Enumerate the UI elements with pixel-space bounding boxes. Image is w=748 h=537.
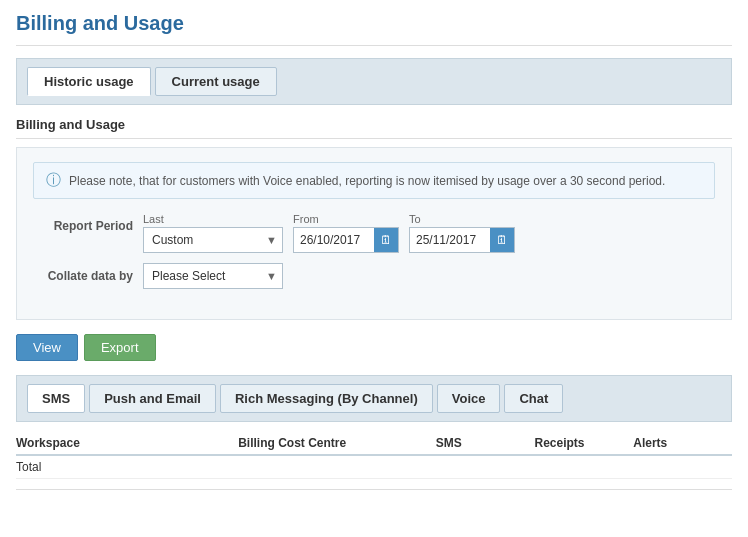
col-header-alerts: Alerts <box>633 432 732 455</box>
section-label: Billing and Usage <box>16 117 732 139</box>
tab-current-usage[interactable]: Current usage <box>155 67 277 96</box>
last-label: Last <box>143 213 283 225</box>
collate-fields: Please Select Day Week Month ▼ <box>143 263 283 289</box>
col-header-receipts: Receipts <box>534 432 633 455</box>
tab-rich-messaging[interactable]: Rich Messaging (By Channel) <box>220 384 433 413</box>
col-header-sms: SMS <box>436 432 535 455</box>
tab-sms[interactable]: SMS <box>27 384 85 413</box>
table-body: Total <box>16 455 732 479</box>
info-box: ⓘ Please note, that for customers with V… <box>33 162 715 199</box>
to-calendar-icon: 🗓 <box>496 233 508 247</box>
col-header-workspace: Workspace <box>16 432 238 455</box>
collate-select[interactable]: Please Select Day Week Month <box>143 263 283 289</box>
tab-voice[interactable]: Voice <box>437 384 501 413</box>
view-button[interactable]: View <box>16 334 78 361</box>
action-buttons: View Export <box>16 334 732 361</box>
collate-label: Collate data by <box>33 263 143 283</box>
from-calendar-button[interactable]: 🗓 <box>374 228 398 252</box>
to-label: To <box>409 213 515 225</box>
tab-push-email[interactable]: Push and Email <box>89 384 216 413</box>
report-period-label: Report Period <box>33 213 143 233</box>
tab-historic-usage[interactable]: Historic usage <box>27 67 151 96</box>
cell-alerts <box>633 455 732 479</box>
table-header: Workspace Billing Cost Centre SMS Receip… <box>16 432 732 455</box>
cell-billing <box>238 455 436 479</box>
table-row: Total <box>16 455 732 479</box>
collate-select-wrapper: Please Select Day Week Month ▼ <box>143 263 283 289</box>
from-label: From <box>293 213 399 225</box>
collate-row: Collate data by Please Select Day Week M… <box>33 263 715 289</box>
tab-chat[interactable]: Chat <box>504 384 563 413</box>
table-header-row: Workspace Billing Cost Centre SMS Receip… <box>16 432 732 455</box>
page-title: Billing and Usage <box>16 12 732 46</box>
from-calendar-icon: 🗓 <box>380 233 392 247</box>
cell-workspace: Total <box>16 455 238 479</box>
results-table: Workspace Billing Cost Centre SMS Receip… <box>16 432 732 479</box>
report-period-row: Report Period Last Custom Today Yesterda… <box>33 213 715 253</box>
col-header-billing: Billing Cost Centre <box>238 432 436 455</box>
report-period-fields: Last Custom Today Yesterday Last 7 days … <box>143 213 515 253</box>
top-tabs-bar: Historic usage Current usage <box>16 58 732 105</box>
export-button[interactable]: Export <box>84 334 156 361</box>
info-message: Please note, that for customers with Voi… <box>69 174 665 188</box>
period-select-wrapper: Custom Today Yesterday Last 7 days Last … <box>143 227 283 253</box>
info-icon: ⓘ <box>46 171 61 190</box>
form-section: ⓘ Please note, that for customers with V… <box>16 147 732 320</box>
to-calendar-button[interactable]: 🗓 <box>490 228 514 252</box>
data-tabs-bar: SMS Push and Email Rich Messaging (By Ch… <box>16 375 732 422</box>
cell-sms <box>436 455 535 479</box>
to-field-group: To 🗓 <box>409 213 515 253</box>
to-date-wrapper: 🗓 <box>409 227 515 253</box>
cell-receipts <box>534 455 633 479</box>
from-date-wrapper: 🗓 <box>293 227 399 253</box>
bottom-divider <box>16 489 732 490</box>
from-date-input[interactable] <box>294 228 374 252</box>
period-select[interactable]: Custom Today Yesterday Last 7 days Last … <box>143 227 283 253</box>
from-field-group: From 🗓 <box>293 213 399 253</box>
to-date-input[interactable] <box>410 228 490 252</box>
last-field-group: Last Custom Today Yesterday Last 7 days … <box>143 213 283 253</box>
